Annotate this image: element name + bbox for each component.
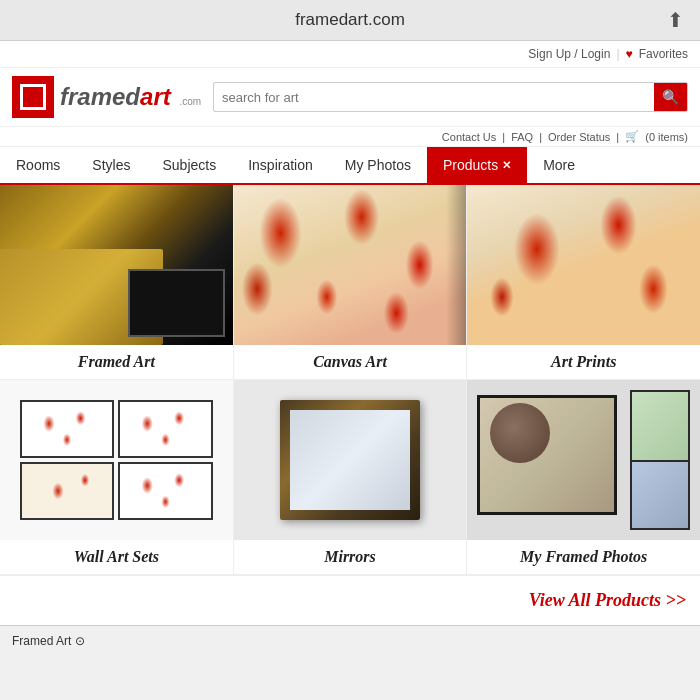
search-input[interactable]: [214, 86, 654, 109]
product-label-art-prints: Art Prints: [547, 345, 620, 379]
share-icon[interactable]: ⬆: [667, 8, 684, 32]
cart-icon: 🛒: [625, 130, 639, 143]
dog-photo: [480, 398, 614, 512]
divider4: |: [616, 131, 619, 143]
wall-art-mini-4: [118, 462, 212, 520]
logo-box: [12, 76, 54, 118]
product-image-art-prints: [467, 185, 700, 345]
wall-art-mini-2: [118, 400, 212, 458]
favorites-heart-icon: ♥: [626, 47, 633, 61]
bottom-tab-bar: Framed Art ⊙: [0, 625, 700, 656]
product-image-framed-photos: [467, 380, 700, 540]
utility-bar: Contact Us | FAQ | Order Status | 🛒 (0 i…: [0, 127, 700, 147]
product-grid: Framed Art Canvas Art Art Prints: [0, 185, 700, 575]
product-label-wall-art-sets: Wall Art Sets: [70, 540, 163, 574]
logo-text-group: framedart .com: [60, 83, 201, 111]
divider3: |: [539, 131, 542, 143]
product-cell-mirrors[interactable]: Mirrors: [234, 380, 468, 574]
product-label-framed-photos: My Framed Photos: [516, 540, 651, 574]
product-image-canvas-art: [234, 185, 467, 345]
favorites-link[interactable]: Favorites: [639, 47, 688, 61]
wall-art-sets-image: [0, 380, 233, 540]
product-row-1: Framed Art Canvas Art Art Prints: [0, 185, 700, 380]
logo-area[interactable]: framedart .com: [12, 76, 201, 118]
logo-art: art: [140, 83, 171, 110]
search-button[interactable]: 🔍: [654, 82, 687, 112]
product-row-2: Wall Art Sets Mirrors: [0, 380, 700, 575]
logo-text: framedart: [60, 83, 177, 110]
nav-item-subjects[interactable]: Subjects: [146, 147, 232, 183]
framed-photo-main: [477, 395, 617, 515]
framed-art-image: [0, 185, 233, 345]
contact-link[interactable]: Contact Us: [442, 131, 496, 143]
product-image-wall-art-sets: [0, 380, 233, 540]
nav-item-products[interactable]: Products ✕: [427, 147, 527, 183]
logo-box-inner: [20, 84, 46, 110]
nav-item-my-photos[interactable]: My Photos: [329, 147, 427, 183]
framed-photos-image: [467, 380, 700, 540]
url-bar[interactable]: framedart.com: [16, 10, 684, 30]
product-cell-art-prints[interactable]: Art Prints: [467, 185, 700, 379]
faq-link[interactable]: FAQ: [511, 131, 533, 143]
search-area[interactable]: 🔍: [213, 82, 688, 112]
nav-close-icon[interactable]: ✕: [502, 159, 511, 172]
logo-framed: framed: [60, 83, 140, 110]
bottom-tab-label: Framed Art ⊙: [12, 634, 85, 648]
logo-sub: .com: [179, 96, 201, 107]
nav-bar: Rooms Styles Subjects Inspiration My Pho…: [0, 147, 700, 185]
nav-products-label: Products: [443, 157, 498, 173]
site-header: framedart .com 🔍: [0, 68, 700, 127]
mirrors-image: [234, 380, 467, 540]
mirror-inner: [290, 410, 410, 510]
product-label-canvas-art: Canvas Art: [309, 345, 391, 379]
nav-item-styles[interactable]: Styles: [76, 147, 146, 183]
signup-login-link[interactable]: Sign Up / Login: [528, 47, 610, 61]
browser-bar: framedart.com ⬆: [0, 0, 700, 41]
product-image-mirrors: [234, 380, 467, 540]
top-bar: Sign Up / Login | ♥ Favorites: [0, 41, 700, 68]
divider1: |: [616, 47, 619, 61]
product-cell-framed-art[interactable]: Framed Art: [0, 185, 234, 379]
product-image-framed-art: [0, 185, 233, 345]
wall-art-mini-1: [20, 400, 114, 458]
nav-item-more[interactable]: More: [527, 147, 591, 183]
product-cell-framed-photos[interactable]: My Framed Photos: [467, 380, 700, 574]
cart-items: (0 items): [645, 131, 688, 143]
mirror-frame: [280, 400, 420, 520]
wall-art-mini-3: [20, 462, 114, 520]
footer-cta: View All Products >>: [0, 575, 700, 625]
view-all-products-link[interactable]: View All Products >>: [529, 590, 686, 610]
product-cell-wall-art-sets[interactable]: Wall Art Sets: [0, 380, 234, 574]
product-label-framed-art: Framed Art: [74, 345, 159, 379]
art-prints-image: [467, 185, 700, 345]
framed-photo-small-2: [630, 460, 690, 530]
nav-item-inspiration[interactable]: Inspiration: [232, 147, 329, 183]
site-wrapper: Sign Up / Login | ♥ Favorites framedart …: [0, 41, 700, 656]
canvas-art-image: [234, 185, 467, 345]
product-label-mirrors: Mirrors: [320, 540, 380, 574]
framed-photo-small-1: [630, 390, 690, 470]
order-status-link[interactable]: Order Status: [548, 131, 610, 143]
nav-item-rooms[interactable]: Rooms: [0, 147, 76, 183]
product-cell-canvas-art[interactable]: Canvas Art: [234, 185, 468, 379]
divider2: |: [502, 131, 505, 143]
